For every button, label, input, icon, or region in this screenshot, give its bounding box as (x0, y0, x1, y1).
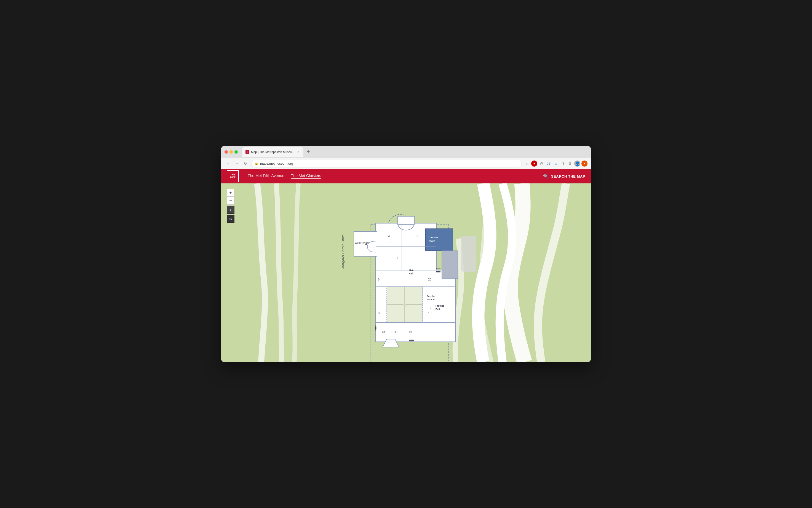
browser-window: M Map | The Metropolitan Museu... × + ← … (221, 146, 591, 362)
new-tab-button[interactable]: + (304, 148, 312, 156)
svg-text:Froville: Froville (435, 304, 444, 307)
floor-plan: 3 2 1 4 6 8 20 19 18 (354, 204, 458, 347)
met-logo-text: THE MET (230, 173, 236, 179)
svg-text:←: ← (429, 306, 432, 310)
svg-rect-1 (461, 236, 476, 272)
svg-text:Store: Store (429, 239, 435, 243)
svg-text:18: 18 (382, 330, 385, 333)
active-tab[interactable]: M Map | The Metropolitan Museu... × (242, 147, 303, 157)
svg-text:Exit: Exit (435, 308, 440, 310)
floor-1-button[interactable]: 1 (227, 206, 234, 214)
profile-avatar[interactable]: 👤 (574, 161, 580, 167)
svg-text:1: 1 (396, 256, 398, 259)
svg-text:20: 20 (428, 278, 431, 281)
nav-cloisters[interactable]: The Met Cloisters (291, 173, 321, 179)
back-button[interactable]: ← (224, 160, 231, 167)
svg-text:The Met: The Met (428, 236, 438, 239)
svg-text:6: 6 (378, 278, 380, 281)
zoom-out-button[interactable]: − (227, 197, 234, 205)
minimize-button[interactable] (229, 150, 233, 154)
svg-text:19: 19 (428, 311, 431, 315)
svg-rect-10 (442, 251, 458, 278)
tab-bar: M Map | The Metropolitan Museu... × + (242, 147, 312, 157)
svg-text:West Terrace: West Terrace (355, 242, 370, 244)
bookmark-icon[interactable]: ☆ (524, 161, 530, 167)
extension-icon-1[interactable]: ● (531, 161, 537, 167)
refresh-button[interactable]: ↻ (242, 160, 249, 167)
zoom-in-button[interactable]: + (227, 189, 234, 197)
svg-text:3: 3 (388, 234, 390, 238)
tab-close-button[interactable]: × (296, 150, 300, 154)
fullscreen-button[interactable] (234, 150, 238, 154)
map-container[interactable]: + − 1 G Margaret Corbin Drive (221, 183, 591, 362)
svg-text:Froville: Froville (427, 295, 435, 298)
met-header: THE MET The Met Fifth Avenue The Met Clo… (221, 169, 591, 183)
address-bar: ← → ↻ 🔒 maps.metmuseum.org ☆ ● W JS ◇ f?… (221, 158, 591, 169)
svg-text:17: 17 (394, 330, 398, 333)
svg-text:Arcade: Arcade (427, 298, 435, 301)
close-button[interactable] (224, 150, 228, 154)
zoom-controls: + − 1 G (227, 189, 234, 223)
nav-links: The Met Fifth Avenue The Met Cloisters (248, 173, 321, 179)
tab-title: Map | The Metropolitan Museu... (251, 150, 295, 154)
address-text: maps.metmuseum.org (260, 162, 293, 166)
extensions-button[interactable]: ⊞ (567, 161, 573, 167)
nav-fifth-avenue[interactable]: The Met Fifth Avenue (248, 173, 284, 179)
extension-icon-2[interactable]: W (539, 161, 545, 167)
met-logo[interactable]: THE MET (227, 170, 239, 182)
address-input[interactable]: 🔒 maps.metmuseum.org (251, 160, 522, 167)
extension-icon-5[interactable]: f? (560, 161, 566, 167)
svg-rect-5 (398, 216, 414, 224)
svg-text:Hall: Hall (409, 272, 414, 275)
traffic-lights (224, 150, 238, 154)
svg-text:2: 2 (417, 234, 418, 238)
extension-icon-3[interactable]: JS (546, 161, 552, 167)
street-label: Margaret Corbin Drive (341, 235, 345, 269)
title-bar: M Map | The Metropolitan Museu... × + (221, 146, 591, 158)
profile-badge[interactable]: ● (582, 161, 588, 167)
forward-button[interactable]: → (233, 160, 240, 167)
svg-text:Main: Main (409, 269, 415, 272)
search-label: SEARCH THE MAP (551, 174, 585, 178)
floor-g-button[interactable]: G (227, 215, 234, 223)
svg-point-14 (403, 303, 406, 306)
tab-favicon: M (246, 150, 249, 154)
extension-icon-4[interactable]: ◇ (553, 161, 559, 167)
search-icon: 🔍 (543, 174, 549, 179)
search-area[interactable]: 🔍 SEARCH THE MAP (543, 174, 585, 179)
svg-text:16: 16 (409, 330, 412, 333)
lock-icon: 🔒 (255, 162, 258, 165)
svg-text:8: 8 (378, 311, 380, 315)
browser-actions: ☆ ● W JS ◇ f? ⊞ 👤 ● (524, 161, 588, 167)
